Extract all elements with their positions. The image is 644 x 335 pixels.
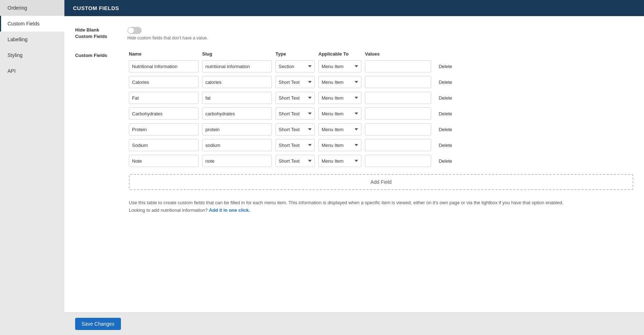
field-name-input[interactable] [129,107,199,120]
sidebar: OrderingCustom FieldsLabellingStylingAPI [0,0,64,335]
field-type-select[interactable]: SectionShort TextLong TextNumberBoolean [275,92,315,104]
field-applicable-select[interactable]: Menu ItemCategoryMenu [318,92,361,104]
field-applicable-select[interactable]: Menu ItemCategoryMenu [318,123,361,135]
col-header-slug: Slug [202,51,272,57]
table-row: SectionShort TextLong TextNumberBooleanM… [129,155,633,167]
sidebar-item-labelling[interactable]: Labelling [0,32,64,47]
field-applicable-select[interactable]: Menu ItemCategoryMenu [318,139,361,151]
delete-button[interactable]: Delete [435,111,456,116]
field-values-input[interactable] [365,60,431,72]
field-slug-input[interactable] [202,76,272,88]
field-values-input[interactable] [365,155,431,167]
field-values-input[interactable] [365,76,431,88]
table-row: SectionShort TextLong TextNumberBooleanM… [129,107,633,120]
delete-button[interactable]: Delete [435,80,456,85]
delete-button[interactable]: Delete [435,143,456,148]
field-name-input[interactable] [129,139,199,151]
col-header-type: Type [275,51,315,57]
field-slug-input[interactable] [202,123,272,135]
info-text: Use this table to create custom fields t… [129,199,633,214]
sidebar-item-custom-fields[interactable]: Custom Fields [0,16,64,32]
sidebar-item-api[interactable]: API [0,63,64,79]
hide-blank-toggle[interactable] [127,27,142,34]
field-type-select[interactable]: SectionShort TextLong TextNumberBoolean [275,139,315,151]
content-area: Hide BlankCustom Fields Hide custom fiel… [64,16,644,312]
field-type-select[interactable]: SectionShort TextLong TextNumberBoolean [275,60,315,72]
sidebar-item-ordering[interactable]: Ordering [0,0,64,16]
delete-button[interactable]: Delete [435,95,456,101]
field-name-input[interactable] [129,76,199,88]
hide-blank-hint: Hide custom fields that don't have a val… [127,35,208,40]
field-applicable-select[interactable]: Menu ItemCategoryMenu [318,76,361,88]
delete-button[interactable]: Delete [435,158,456,164]
field-type-select[interactable]: SectionShort TextLong TextNumberBoolean [275,123,315,135]
col-header-values: Values [365,51,431,57]
toggle-wrapper: Hide custom fields that don't have a val… [127,27,208,40]
table-row: SectionShort TextLong TextNumberBooleanM… [129,60,633,72]
add-nutritional-link[interactable]: Add it in one click. [209,207,250,213]
field-applicable-select[interactable]: Menu ItemCategoryMenu [318,107,361,120]
field-values-input[interactable] [365,123,431,135]
field-slug-input[interactable] [202,92,272,104]
field-type-select[interactable]: SectionShort TextLong TextNumberBoolean [275,107,315,120]
field-rows: SectionShort TextLong TextNumberBooleanM… [129,60,633,167]
field-slug-input[interactable] [202,107,272,120]
page-title: CUSTOM FIELDS [73,5,119,11]
sidebar-item-styling[interactable]: Styling [0,47,64,63]
field-type-select[interactable]: SectionShort TextLong TextNumberBoolean [275,76,315,88]
field-applicable-select[interactable]: Menu ItemCategoryMenu [318,155,361,167]
add-field-button[interactable]: Add Field [129,174,633,190]
field-name-input[interactable] [129,92,199,104]
field-values-input[interactable] [365,139,431,151]
col-header-name: Name [129,51,199,57]
field-type-select[interactable]: SectionShort TextLong TextNumberBoolean [275,155,315,167]
hide-blank-label: Hide BlankCustom Fields [75,27,122,40]
field-values-input[interactable] [365,107,431,120]
table-row: SectionShort TextLong TextNumberBooleanM… [129,139,633,151]
fields-table-wrapper: Name Slug Type Applicable To Values Sect… [129,51,633,214]
footer: Save Changes [64,312,644,335]
table-row: SectionShort TextLong TextNumberBooleanM… [129,123,633,135]
table-headers: Name Slug Type Applicable To Values [129,51,633,57]
page-header: CUSTOM FIELDS [64,0,644,16]
field-applicable-select[interactable]: Menu ItemCategoryMenu [318,60,361,72]
field-name-input[interactable] [129,60,199,72]
delete-button[interactable]: Delete [435,64,456,69]
field-values-input[interactable] [365,92,431,104]
col-header-applicable: Applicable To [318,51,361,57]
custom-fields-section: Custom Fields Name Slug Type Applicable … [75,51,633,214]
main-area: CUSTOM FIELDS Hide BlankCustom Fields Hi… [64,0,644,335]
delete-button[interactable]: Delete [435,127,456,132]
field-name-input[interactable] [129,123,199,135]
field-name-input[interactable] [129,155,199,167]
field-slug-input[interactable] [202,60,272,72]
custom-fields-label: Custom Fields [75,51,122,214]
table-row: SectionShort TextLong TextNumberBooleanM… [129,76,633,88]
hide-blank-section: Hide BlankCustom Fields Hide custom fiel… [75,27,633,40]
table-row: SectionShort TextLong TextNumberBooleanM… [129,92,633,104]
col-header-delete [435,51,456,57]
field-slug-input[interactable] [202,155,272,167]
save-button[interactable]: Save Changes [75,318,121,330]
field-slug-input[interactable] [202,139,272,151]
